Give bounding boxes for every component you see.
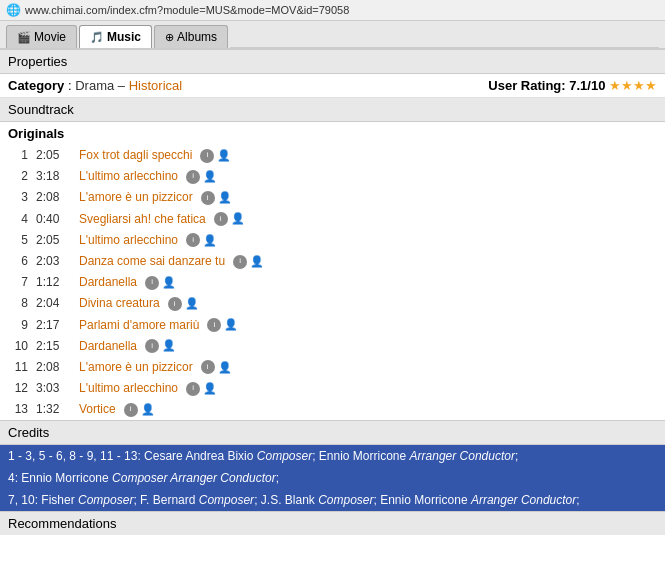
properties-header: Properties (0, 50, 665, 74)
person-icon[interactable]: 👤 (203, 233, 217, 247)
properties-row: Category : Drama – Historical User Ratin… (0, 74, 665, 98)
track-action-icons: i👤 (186, 382, 217, 396)
tab-music[interactable]: 🎵 Music (79, 25, 152, 48)
track-row: 92:17Parlami d'amore mariùi👤 (0, 315, 665, 336)
track-title[interactable]: Parlami d'amore mariù (79, 316, 199, 335)
user-rating-value: 7.1/10 (569, 78, 605, 93)
track-number: 2 (8, 167, 28, 186)
person-icon[interactable]: 👤 (217, 149, 231, 163)
track-row: 12:05Fox trot dagli specchii👤 (0, 145, 665, 166)
person-icon[interactable]: 👤 (162, 276, 176, 290)
user-rating-field: User Rating: 7.1/10 ★★★★ (488, 78, 657, 93)
person-icon[interactable]: 👤 (141, 403, 155, 417)
track-title[interactable]: Divina creatura (79, 294, 160, 313)
person-icon[interactable]: 👤 (218, 360, 232, 374)
track-time: 2:08 (36, 358, 71, 377)
info-icon[interactable]: i (186, 382, 200, 396)
track-row: 40:40Svegliarsi ah! che faticai👤 (0, 209, 665, 230)
track-title[interactable]: Fox trot dagli specchi (79, 146, 192, 165)
track-number: 6 (8, 252, 28, 271)
info-icon[interactable]: i (201, 191, 215, 205)
track-action-icons: i👤 (145, 276, 176, 290)
track-time: 3:03 (36, 379, 71, 398)
tabs-bar: 🎬 Movie 🎵 Music ⊕ Albums (0, 21, 665, 50)
person-icon[interactable]: 👤 (203, 170, 217, 184)
info-icon[interactable]: i (145, 339, 159, 353)
person-icon[interactable]: 👤 (231, 212, 245, 226)
track-title[interactable]: Dardanella (79, 273, 137, 292)
info-icon[interactable]: i (214, 212, 228, 226)
track-number: 4 (8, 210, 28, 229)
track-number: 9 (8, 316, 28, 335)
track-number: 8 (8, 294, 28, 313)
person-icon[interactable]: 👤 (162, 339, 176, 353)
track-row: 82:04Divina creaturai👤 (0, 293, 665, 314)
track-title[interactable]: L'ultimo arlecchino (79, 167, 178, 186)
track-title[interactable]: L'ultimo arlecchino (79, 231, 178, 250)
info-icon[interactable]: i (233, 255, 247, 269)
track-action-icons: i👤 (168, 297, 199, 311)
info-icon[interactable]: i (168, 297, 182, 311)
track-number: 13 (8, 400, 28, 419)
person-icon[interactable]: 👤 (250, 255, 264, 269)
tab-movie-label: Movie (34, 30, 66, 44)
track-action-icons: i👤 (186, 233, 217, 247)
track-time: 1:32 (36, 400, 71, 419)
person-icon[interactable]: 👤 (224, 318, 238, 332)
url-text: www.chimai.com/index.cfm?module=MUS&mode… (25, 4, 349, 16)
person-icon[interactable]: 👤 (185, 297, 199, 311)
track-row: 32:08L'amore è un pizzicori👤 (0, 187, 665, 208)
track-row: 112:08L'amore è un pizzicori👤 (0, 357, 665, 378)
soundtrack-header: Soundtrack (0, 98, 665, 122)
track-number: 5 (8, 231, 28, 250)
track-action-icons: i👤 (214, 212, 245, 226)
track-action-icons: i👤 (124, 403, 155, 417)
info-icon[interactable]: i (124, 403, 138, 417)
track-title[interactable]: Svegliarsi ah! che fatica (79, 210, 206, 229)
track-number: 12 (8, 379, 28, 398)
info-icon[interactable]: i (207, 318, 221, 332)
track-title[interactable]: L'ultimo arlecchino (79, 379, 178, 398)
person-icon[interactable]: 👤 (203, 382, 217, 396)
music-icon: 🎵 (90, 31, 104, 44)
originals-label: Originals (0, 122, 665, 145)
albums-icon: ⊕ (165, 31, 174, 44)
track-action-icons: i👤 (186, 170, 217, 184)
tab-movie[interactable]: 🎬 Movie (6, 25, 77, 48)
historical-link[interactable]: Historical (129, 78, 182, 93)
person-icon[interactable]: 👤 (218, 191, 232, 205)
credits-line2: 4: Ennio Morricone Composer Arranger Con… (0, 467, 665, 489)
track-list: 12:05Fox trot dagli specchii👤23:18L'ulti… (0, 145, 665, 420)
track-title[interactable]: Danza come sai danzare tu (79, 252, 225, 271)
info-icon[interactable]: i (145, 276, 159, 290)
track-row: 62:03Danza come sai danzare tui👤 (0, 251, 665, 272)
track-action-icons: i👤 (201, 360, 232, 374)
track-action-icons: i👤 (200, 149, 231, 163)
tab-albums[interactable]: ⊕ Albums (154, 25, 228, 48)
info-icon[interactable]: i (186, 170, 200, 184)
track-number: 1 (8, 146, 28, 165)
track-row: 23:18L'ultimo arlecchinoi👤 (0, 166, 665, 187)
track-title[interactable]: L'amore è un pizzicor (79, 188, 193, 207)
track-row: 102:15Dardanellai👤 (0, 336, 665, 357)
track-time: 1:12 (36, 273, 71, 292)
category-label: Category (8, 78, 64, 93)
track-title[interactable]: L'amore è un pizzicor (79, 358, 193, 377)
info-icon[interactable]: i (186, 233, 200, 247)
recommendations-header: Recommendations (0, 511, 665, 535)
track-time: 2:05 (36, 146, 71, 165)
track-time: 3:18 (36, 167, 71, 186)
track-title[interactable]: Vortice (79, 400, 116, 419)
track-time: 2:15 (36, 337, 71, 356)
track-time: 2:05 (36, 231, 71, 250)
track-title[interactable]: Dardanella (79, 337, 137, 356)
info-icon[interactable]: i (200, 149, 214, 163)
tab-albums-label: Albums (177, 30, 217, 44)
track-time: 2:08 (36, 188, 71, 207)
track-time: 2:03 (36, 252, 71, 271)
track-row: 71:12Dardanellai👤 (0, 272, 665, 293)
track-time: 2:04 (36, 294, 71, 313)
credits-header: Credits (0, 420, 665, 445)
info-icon[interactable]: i (201, 360, 215, 374)
globe-icon: 🌐 (6, 3, 21, 17)
